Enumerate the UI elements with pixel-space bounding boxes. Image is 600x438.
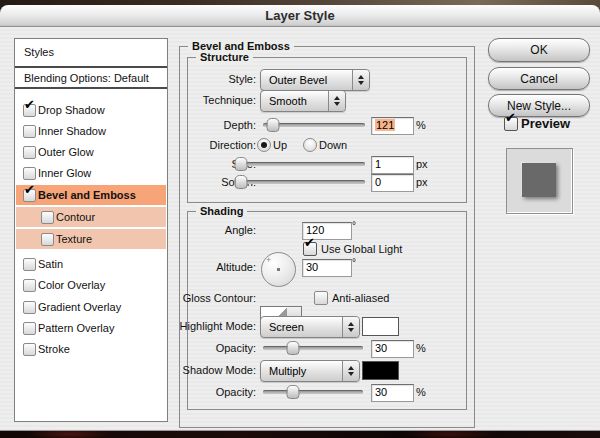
sidebar-item-label: Texture [56,233,92,245]
depth-label: Depth: [166,119,256,131]
check-icon: ✔ [24,183,35,196]
shadow-opacity-thumb[interactable] [287,385,300,399]
sidebar-item-inner-glow[interactable]: Inner Glow [16,163,166,183]
stepper-icon [328,91,345,111]
angle-unit: ° [352,220,356,231]
technique-label: Technique: [166,94,256,106]
check-icon: ✔ [24,98,35,111]
sidebar-item-color-overlay[interactable]: Color Overlay [16,275,166,295]
sidebar-item-blending-options[interactable]: Blending Options: Default [24,72,149,84]
depth-field[interactable]: 121 [371,117,414,135]
angle-dial[interactable]: + [261,252,296,287]
style-checkbox[interactable] [23,322,36,335]
direction-down-label: Down [319,139,347,151]
direction-up-label: Up [273,139,287,151]
sidebar-item-pattern-overlay[interactable]: Pattern Overlay [16,318,166,338]
highlight-opacity-unit: % [416,342,426,354]
style-checkbox[interactable] [23,125,36,138]
sidebar-item-bevel-and-emboss[interactable]: ✔Bevel and Emboss [16,185,166,205]
soften-slider-thumb[interactable] [234,175,247,189]
sidebar-item-texture[interactable]: Texture [16,229,166,249]
altitude-field[interactable]: 30 [302,259,352,277]
direction-up-radio[interactable] [257,138,271,152]
anti-aliased-label: Anti-aliased [332,292,389,304]
shadow-mode-popup[interactable]: Multiply [260,360,360,382]
style-checkbox[interactable] [23,279,36,292]
sidebar-item-contour[interactable]: Contour [16,207,166,227]
size-field[interactable]: 1 [371,156,414,174]
size-slider-thumb[interactable] [234,157,247,171]
direction-down-radio[interactable] [303,138,317,152]
style-checkbox[interactable]: ✔ [23,189,36,202]
style-popup[interactable]: Outer Bevel [260,69,370,91]
style-checkbox[interactable]: ✔ [23,104,36,117]
sidebar-item-label: Stroke [38,343,70,355]
sidebar-item-satin[interactable]: Satin [16,254,166,274]
style-checkbox[interactable] [41,211,54,224]
structure-legend: Structure [196,51,253,63]
gloss-contour-label: Gloss Contour: [166,292,256,304]
style-checkbox[interactable] [23,343,36,356]
sidebar-item-label: Contour [56,211,95,223]
soften-field[interactable]: 0 [371,174,414,192]
sidebar-item-label: Inner Glow [38,167,91,179]
shadow-color-swatch[interactable] [362,361,399,380]
dial-center-dot [277,268,280,271]
style-checkbox[interactable] [23,167,36,180]
highlight-opacity-field[interactable]: 30 [371,340,414,358]
sidebar-item-label: Gradient Overlay [38,301,121,313]
sidebar-item-outer-glow[interactable]: Outer Glow [16,142,166,162]
sidebar-item-label: Outer Glow [38,146,94,158]
size-slider[interactable] [237,162,365,166]
sidebar-item-inner-shadow[interactable]: Inner Shadow [16,121,166,141]
altitude-unit: ° [352,257,356,268]
ok-button[interactable]: OK [488,38,590,62]
preview-checkbox[interactable]: ✔ [504,117,518,131]
anti-aliased-checkbox[interactable] [314,291,328,305]
use-global-light-checkbox[interactable]: ✔ [303,242,317,256]
highlight-opacity-thumb[interactable] [287,341,300,355]
sidebar-item-label: Pattern Overlay [38,322,114,334]
sidebar-item-drop-shadow[interactable]: ✔Drop Shadow [16,100,166,120]
shadow-opacity-field[interactable]: 30 [371,384,414,402]
cancel-button[interactable]: Cancel [488,67,590,90]
highlight-mode-label: Highlight Mode: [166,320,256,332]
stepper-icon [352,70,369,90]
highlight-color-swatch[interactable] [362,317,399,336]
soften-slider[interactable] [237,180,365,184]
sidebar-item-gradient-overlay[interactable]: Gradient Overlay [16,297,166,317]
dialog-body: Styles Blending Options: Default ✔Drop S… [0,27,600,431]
highlight-opacity-label: Opacity: [166,342,256,354]
sidebar-item-label: Bevel and Emboss [38,189,136,201]
highlight-mode-popup[interactable]: Screen [260,316,360,338]
shadow-opacity-unit: % [416,386,426,398]
highlight-opacity-slider[interactable] [263,346,363,350]
style-checkbox[interactable] [23,301,36,314]
sidebar-item-stroke[interactable]: Stroke [16,339,166,359]
technique-popup[interactable]: Smooth [260,90,346,112]
use-global-light-label: Use Global Light [321,243,402,255]
new-style-button[interactable]: New Style... [488,94,590,117]
style-checkbox[interactable] [23,258,36,271]
sidebar-item-label: Color Overlay [38,279,105,291]
divider [15,66,167,68]
shadow-mode-value: Multiply [261,365,342,377]
title-bar[interactable]: Layer Style [0,5,600,27]
check-icon: ✔ [304,236,315,249]
style-label: Style: [166,73,256,85]
depth-slider[interactable] [263,123,365,127]
depth-slider-thumb[interactable] [267,118,280,132]
divider [15,87,167,89]
style-checkbox[interactable] [41,233,54,246]
style-checkbox[interactable] [23,146,36,159]
shadow-opacity-slider[interactable] [263,390,363,394]
shadow-opacity-label: Opacity: [166,386,256,398]
style-preview-well [506,148,573,214]
size-unit: px [416,158,428,170]
sidebar-item-label: Inner Shadow [38,125,106,137]
style-preview-swatch [522,163,556,197]
stepper-icon [342,317,359,337]
angle-label: Angle: [166,224,256,236]
styles-header: Styles [24,46,54,58]
style-popup-value: Outer Bevel [261,74,352,86]
